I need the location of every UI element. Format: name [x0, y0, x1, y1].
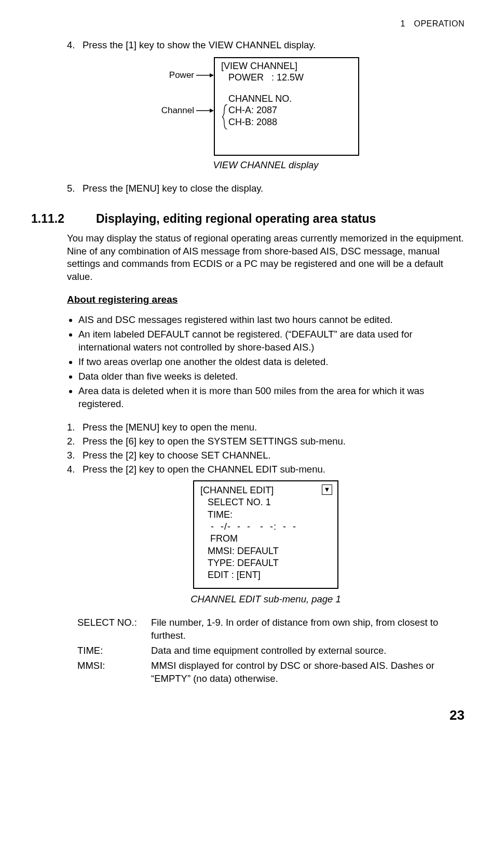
step-2: 2. Press the [6] key to open the SYSTEM … [67, 435, 465, 448]
step-num: 4. [67, 463, 83, 476]
ce-type: TYPE: DEFAULT [208, 557, 332, 569]
step-text: Press the [2] key to choose SET CHANNEL. [83, 449, 271, 462]
ce-select: SELECT NO. 1 [208, 496, 332, 508]
figure-caption-1: VIEW CHANNEL display [67, 159, 465, 172]
def-term: MMSI: [77, 659, 151, 685]
step-num: 4. [67, 39, 83, 52]
ce-mmsi: MMSI: DEFAULT [208, 545, 332, 557]
rules-list: AIS and DSC messages registered within l… [67, 314, 465, 411]
svg-marker-3 [210, 109, 214, 113]
chevron-down-icon: ▼ [322, 484, 332, 495]
section-title: Displaying, editing regional operating a… [96, 211, 376, 227]
definitions: SELECT NO.: File number, 1-9. In order o… [77, 616, 465, 685]
step-num: 3. [67, 449, 83, 462]
vc-title: [VIEW CHANNEL] [221, 60, 354, 72]
list-item: AIS and DSC messages registered within l… [78, 314, 465, 327]
def-term: SELECT NO.: [77, 616, 151, 642]
vc-power: POWER : 12.5W [221, 72, 354, 84]
vc-channel-head: CHANNEL NO. [221, 93, 354, 105]
view-channel-figure: Power Channel [VIEW CHANNEL] POWER : 12.… [67, 57, 465, 156]
section-heading: 1.11.2 Displaying, editing regional oper… [31, 211, 465, 227]
def-row: TIME: Data and time equipment controlled… [77, 644, 465, 657]
ce-time-label: TIME: [208, 509, 332, 521]
view-channel-box: [VIEW CHANNEL] POWER : 12.5W CHANNEL NO.… [214, 57, 359, 156]
running-header: 1 OPERATION [31, 18, 465, 30]
step-4: 4. Press the [1] key to show the VIEW CH… [67, 39, 465, 52]
step-4b: 4. Press the [2] key to open the CHANNEL… [67, 463, 465, 476]
callout-channel: Channel [161, 105, 194, 117]
list-item: Area data is deleted when it is more tha… [78, 385, 465, 411]
step-text: Press the [MENU] key to close the displa… [83, 182, 263, 195]
intro-paragraph: You may display the status of regional o… [67, 232, 465, 284]
vc-ch-b: CH-B: 2088 [228, 116, 354, 128]
step-text: Press the [6] key to open the SYSTEM SET… [83, 435, 346, 448]
step-3: 3. Press the [2] key to choose SET CHANN… [67, 449, 465, 462]
step-num: 5. [67, 182, 83, 195]
list-item: If two areas overlap one another the old… [78, 356, 465, 369]
page-number: 23 [31, 706, 465, 724]
ce-time-value: - -/- - - - -: - - [208, 521, 332, 533]
figure-caption-2: CHANNEL EDIT sub-menu, page 1 [67, 593, 465, 606]
step-text: Press the [2] key to open the CHANNEL ED… [83, 463, 325, 476]
def-row: SELECT NO.: File number, 1-9. In order o… [77, 616, 465, 642]
def-text: MMSI displayed for control by DSC or sho… [151, 659, 465, 685]
def-term: TIME: [77, 644, 151, 657]
ce-from: FROM [208, 533, 332, 545]
brace-icon [222, 104, 228, 129]
arrow-icon [196, 73, 214, 78]
list-item: An item labeled DEFAULT cannot be regist… [78, 328, 465, 354]
step-num: 2. [67, 435, 83, 448]
step-text: Press the [1] key to show the VIEW CHANN… [83, 39, 316, 52]
step-text: Press the [MENU] key to open the menu. [83, 421, 257, 434]
ce-edit: EDIT : [ENT] [208, 569, 332, 581]
svg-marker-1 [210, 73, 214, 77]
subheading: About registering areas [67, 293, 465, 306]
step-num: 1. [67, 421, 83, 434]
def-row: MMSI: MMSI displayed for control by DSC … [77, 659, 465, 685]
ce-title: [CHANNEL EDIT] [200, 484, 332, 496]
callout-power: Power [169, 70, 194, 82]
arrow-icon [196, 108, 214, 113]
def-text: Data and time equipment controlled by ex… [151, 644, 465, 657]
section-number: 1.11.2 [31, 211, 96, 227]
list-item: Data older than five weeks is deleted. [78, 370, 465, 383]
step-5: 5. Press the [MENU] key to close the dis… [67, 182, 465, 195]
vc-ch-a: CH-A: 2087 [228, 104, 354, 116]
channel-edit-box: ▼ [CHANNEL EDIT] SELECT NO. 1 TIME: - -/… [193, 480, 338, 589]
def-text: File number, 1-9. In order of distance f… [151, 616, 465, 642]
step-1: 1. Press the [MENU] key to open the menu… [67, 421, 465, 434]
